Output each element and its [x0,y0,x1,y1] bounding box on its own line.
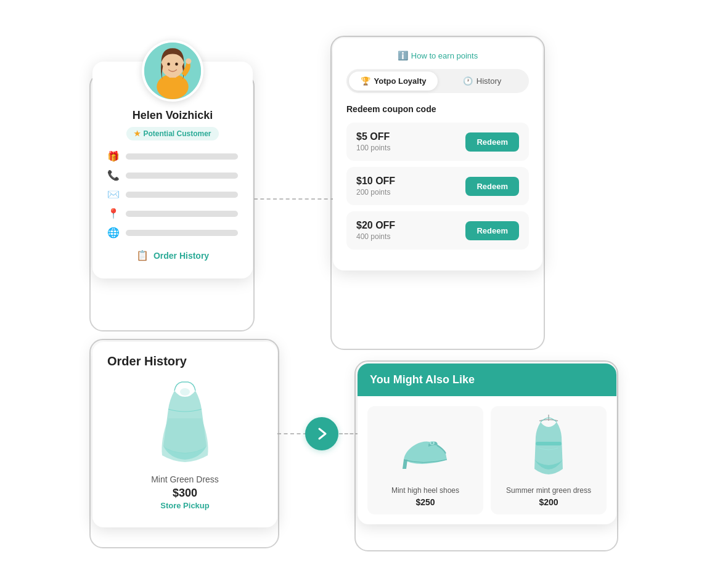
svg-rect-11 [536,442,562,445]
svg-point-1 [157,75,189,99]
coupon-info-10: $10 OFF 200 points [356,176,395,197]
coupon-info-5: $5 OFF 100 points [356,131,390,152]
discount-20: $20 OFF [356,220,395,231]
tab-loyalty-label: Yotpo Loyalty [374,76,427,86]
shoes-svg [398,420,453,475]
points-5: 100 points [356,144,390,152]
discount-10: $10 OFF [356,176,395,187]
tab-history-label: History [476,76,501,86]
loyalty-card: ℹ️ How to earn points 🏆 Yotpo Loyalty 🕐 … [333,38,542,270]
profile-fields: 🎁 📞 ✉️ 📍 🌐 [107,150,238,246]
trophy-icon: 🏆 [361,76,370,86]
location-icon: 📍 [107,208,120,219]
order-history-card: Order History Mint Green Dress $300 St [92,342,277,527]
svg-point-7 [180,388,190,396]
info-icon: ℹ️ [398,51,408,60]
web-icon: 🌐 [107,227,120,238]
star-icon: ★ [134,129,141,138]
how-to-earn: ℹ️ How to earn points [346,51,529,60]
dashed-line-left [277,433,307,434]
arrow-circle [305,417,338,450]
rec-item-shoes: Mint high heel shoes $250 [367,406,483,514]
dress-svg [151,378,219,465]
connector-right [339,433,359,434]
svg-point-6 [186,59,191,64]
coupon-item-10: $10 OFF 200 points Redeem [346,167,529,205]
product-shipping: Store Pickup [107,501,263,510]
rec-item-dress: Summer mint green dress $200 [491,406,607,514]
connector-h [254,198,334,200]
chevron-right-icon [313,425,330,442]
rec-item-dress-price: $200 [498,497,599,507]
badge-label: Potential Customer [143,129,211,138]
email-icon: ✉️ [107,189,120,200]
coupon-info-20: $20 OFF 400 points [356,220,395,241]
redeem-button-10[interactable]: Redeem [465,177,519,196]
svg-point-9 [431,442,433,444]
points-20: 400 points [356,232,395,241]
svg-point-4 [167,62,170,65]
main-container: Helen Voizhicki ★ Potential Customer 🎁 📞… [0,0,728,573]
redeem-button-5[interactable]: Redeem [465,132,519,152]
redeem-title: Redeem coupon code [346,104,529,114]
profile-card: Helen Voizhicki ★ Potential Customer 🎁 📞… [92,62,253,278]
field-placeholder [126,153,238,160]
field-row-phone: 📞 [107,169,238,181]
how-to-earn-label: How to earn points [411,51,478,60]
field-row-web: 🌐 [107,227,238,238]
tab-yotpo-loyalty[interactable]: 🏆 Yotpo Loyalty [349,71,438,91]
coupon-item-5: $5 OFF 100 points Redeem [346,123,529,161]
svg-point-5 [175,62,178,65]
field-placeholder [126,230,238,236]
recommendations-card: You Might Also Like [358,364,616,524]
tabs: 🏆 Yotpo Loyalty 🕐 History [346,69,529,93]
field-row-location: 📍 [107,208,238,219]
field-placeholder [126,211,238,217]
order-history-card-title: Order History [107,354,263,368]
rec-item-dress-img [498,413,599,481]
profile-name: Helen Voizhicki [133,109,213,122]
field-row-gift: 🎁 [107,150,238,162]
points-10: 200 points [356,188,395,197]
field-placeholder [126,192,238,198]
product-image-area [107,378,263,465]
rec-item-shoes-name: Mint high heel shoes [375,486,476,495]
rec-item-dress-name: Summer mint green dress [498,486,599,495]
field-row-email: ✉️ [107,189,238,200]
rec-item-shoes-img [375,413,476,481]
order-history-link-label: Order History [153,251,209,261]
redeem-button-20[interactable]: Redeem [465,221,519,240]
rec-header: You Might Also Like [358,364,616,396]
rec-items: Mint high heel shoes $250 [358,396,616,524]
profile-badge: ★ Potential Customer [126,127,218,140]
order-history-icon: 📋 [136,250,149,261]
tab-history[interactable]: 🕐 History [438,71,526,91]
phone-icon: 📞 [107,169,120,181]
coupon-item-20: $20 OFF 400 points Redeem [346,211,529,250]
product-name: Mint Green Dress [107,474,263,484]
gift-icon: 🎁 [107,150,120,162]
dashed-line-right [339,433,359,434]
field-placeholder [126,173,238,179]
clock-icon: 🕐 [463,76,473,86]
avatar-svg [144,40,201,102]
avatar [142,40,203,102]
rec-item-shoes-price: $250 [375,497,476,507]
dashed-line [254,198,334,200]
discount-5: $5 OFF [356,131,390,142]
connector-left [277,433,307,434]
order-history-link[interactable]: 📋 Order History [136,250,209,261]
product-price: $300 [107,487,263,500]
summer-dress-svg [521,413,576,481]
